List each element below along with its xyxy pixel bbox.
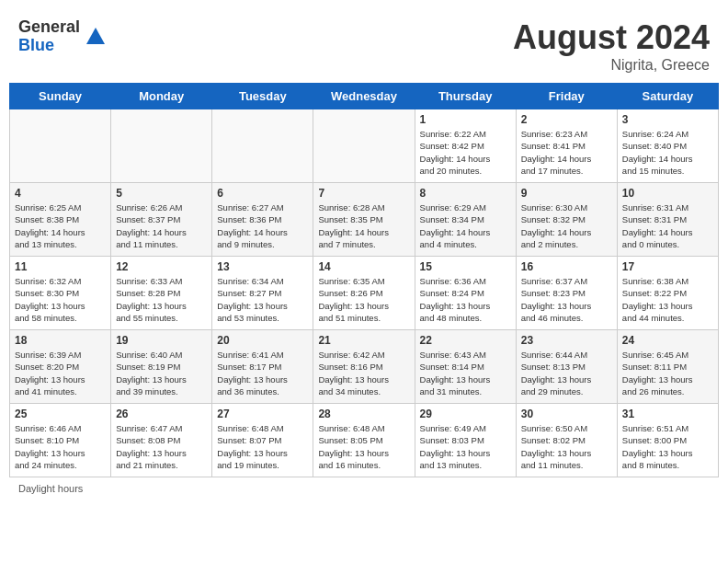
calendar-cell: 11Sunrise: 6:32 AM Sunset: 8:30 PM Dayli… bbox=[10, 257, 111, 330]
calendar-cell bbox=[10, 109, 111, 183]
day-info: Sunrise: 6:32 AM Sunset: 8:30 PM Dayligh… bbox=[15, 275, 106, 324]
calendar-cell: 10Sunrise: 6:31 AM Sunset: 8:31 PM Dayli… bbox=[617, 183, 718, 257]
daylight-label: Daylight hours bbox=[18, 483, 83, 494]
calendar-cell bbox=[111, 109, 212, 183]
calendar-cell bbox=[212, 109, 313, 183]
day-info: Sunrise: 6:28 AM Sunset: 8:35 PM Dayligh… bbox=[318, 201, 409, 250]
day-info: Sunrise: 6:33 AM Sunset: 8:28 PM Dayligh… bbox=[116, 275, 207, 324]
weekday-header-friday: Friday bbox=[516, 84, 617, 109]
calendar-cell: 13Sunrise: 6:34 AM Sunset: 8:27 PM Dayli… bbox=[212, 257, 313, 330]
day-number: 14 bbox=[318, 260, 409, 273]
calendar-cell: 23Sunrise: 6:44 AM Sunset: 8:13 PM Dayli… bbox=[516, 330, 617, 404]
weekday-header-tuesday: Tuesday bbox=[212, 84, 313, 109]
calendar-cell: 3Sunrise: 6:24 AM Sunset: 8:40 PM Daylig… bbox=[617, 109, 718, 183]
footer: Daylight hours bbox=[9, 477, 719, 500]
day-info: Sunrise: 6:29 AM Sunset: 8:34 PM Dayligh… bbox=[420, 201, 511, 250]
calendar-cell bbox=[313, 109, 415, 183]
calendar-week-4: 18Sunrise: 6:39 AM Sunset: 8:20 PM Dayli… bbox=[10, 330, 719, 404]
calendar-cell: 29Sunrise: 6:49 AM Sunset: 8:03 PM Dayli… bbox=[415, 404, 516, 477]
calendar-cell: 20Sunrise: 6:41 AM Sunset: 8:17 PM Dayli… bbox=[212, 330, 313, 404]
day-number: 6 bbox=[217, 187, 308, 200]
calendar-week-5: 25Sunrise: 6:46 AM Sunset: 8:10 PM Dayli… bbox=[10, 404, 719, 477]
calendar-cell: 2Sunrise: 6:23 AM Sunset: 8:41 PM Daylig… bbox=[516, 109, 617, 183]
logo: General Blue bbox=[18, 18, 105, 55]
day-number: 18 bbox=[15, 334, 106, 347]
calendar-cell: 17Sunrise: 6:38 AM Sunset: 8:22 PM Dayli… bbox=[617, 257, 718, 330]
day-info: Sunrise: 6:23 AM Sunset: 8:41 PM Dayligh… bbox=[521, 128, 612, 177]
calendar-cell: 24Sunrise: 6:45 AM Sunset: 8:11 PM Dayli… bbox=[617, 330, 718, 404]
day-info: Sunrise: 6:39 AM Sunset: 8:20 PM Dayligh… bbox=[15, 349, 106, 397]
day-info: Sunrise: 6:30 AM Sunset: 8:32 PM Dayligh… bbox=[521, 201, 612, 250]
day-number: 22 bbox=[420, 334, 511, 347]
day-number: 12 bbox=[116, 260, 207, 273]
calendar-cell: 25Sunrise: 6:46 AM Sunset: 8:10 PM Dayli… bbox=[10, 404, 111, 477]
day-number: 2 bbox=[521, 113, 612, 126]
day-number: 30 bbox=[521, 408, 612, 420]
logo-triangle-icon bbox=[86, 28, 105, 44]
day-number: 16 bbox=[521, 260, 612, 273]
calendar-cell: 15Sunrise: 6:36 AM Sunset: 8:24 PM Dayli… bbox=[415, 257, 516, 330]
day-info: Sunrise: 6:43 AM Sunset: 8:14 PM Dayligh… bbox=[420, 349, 511, 397]
day-info: Sunrise: 6:40 AM Sunset: 8:19 PM Dayligh… bbox=[116, 349, 207, 397]
day-info: Sunrise: 6:35 AM Sunset: 8:26 PM Dayligh… bbox=[318, 275, 409, 324]
day-info: Sunrise: 6:46 AM Sunset: 8:10 PM Dayligh… bbox=[15, 422, 106, 471]
day-info: Sunrise: 6:38 AM Sunset: 8:22 PM Dayligh… bbox=[622, 275, 713, 324]
day-number: 8 bbox=[420, 187, 511, 200]
calendar-cell: 31Sunrise: 6:51 AM Sunset: 8:00 PM Dayli… bbox=[617, 404, 718, 477]
day-info: Sunrise: 6:34 AM Sunset: 8:27 PM Dayligh… bbox=[217, 275, 308, 324]
day-number: 20 bbox=[217, 334, 308, 347]
day-info: Sunrise: 6:31 AM Sunset: 8:31 PM Dayligh… bbox=[622, 201, 713, 250]
calendar-cell: 27Sunrise: 6:48 AM Sunset: 8:07 PM Dayli… bbox=[212, 404, 313, 477]
logo-general: General bbox=[18, 18, 80, 37]
weekday-header-thursday: Thursday bbox=[415, 84, 516, 109]
day-number: 10 bbox=[622, 187, 713, 200]
calendar-cell: 19Sunrise: 6:40 AM Sunset: 8:19 PM Dayli… bbox=[111, 330, 212, 404]
calendar-cell: 5Sunrise: 6:26 AM Sunset: 8:37 PM Daylig… bbox=[111, 183, 212, 257]
calendar-cell: 14Sunrise: 6:35 AM Sunset: 8:26 PM Dayli… bbox=[313, 257, 415, 330]
day-number: 17 bbox=[622, 260, 713, 273]
calendar-week-3: 11Sunrise: 6:32 AM Sunset: 8:30 PM Dayli… bbox=[10, 257, 719, 330]
day-number: 24 bbox=[622, 334, 713, 347]
day-info: Sunrise: 6:42 AM Sunset: 8:16 PM Dayligh… bbox=[318, 349, 409, 397]
day-info: Sunrise: 6:25 AM Sunset: 8:38 PM Dayligh… bbox=[15, 201, 106, 250]
logo-text: General Blue bbox=[18, 18, 80, 55]
day-info: Sunrise: 6:48 AM Sunset: 8:07 PM Dayligh… bbox=[217, 422, 308, 471]
day-info: Sunrise: 6:47 AM Sunset: 8:08 PM Dayligh… bbox=[116, 422, 207, 471]
location-subtitle: Nigrita, Greece bbox=[513, 57, 710, 74]
day-info: Sunrise: 6:45 AM Sunset: 8:11 PM Dayligh… bbox=[622, 349, 713, 397]
weekday-header-row: SundayMondayTuesdayWednesdayThursdayFrid… bbox=[10, 84, 719, 109]
calendar-cell: 18Sunrise: 6:39 AM Sunset: 8:20 PM Dayli… bbox=[10, 330, 111, 404]
calendar-cell: 8Sunrise: 6:29 AM Sunset: 8:34 PM Daylig… bbox=[415, 183, 516, 257]
calendar-cell: 1Sunrise: 6:22 AM Sunset: 8:42 PM Daylig… bbox=[415, 109, 516, 183]
day-number: 19 bbox=[116, 334, 207, 347]
day-info: Sunrise: 6:22 AM Sunset: 8:42 PM Dayligh… bbox=[420, 128, 511, 177]
day-number: 13 bbox=[217, 260, 308, 273]
day-number: 7 bbox=[318, 187, 409, 200]
day-number: 9 bbox=[521, 187, 612, 200]
day-number: 28 bbox=[318, 408, 409, 420]
day-info: Sunrise: 6:48 AM Sunset: 8:05 PM Dayligh… bbox=[318, 422, 409, 471]
calendar-cell: 4Sunrise: 6:25 AM Sunset: 8:38 PM Daylig… bbox=[10, 183, 111, 257]
day-info: Sunrise: 6:36 AM Sunset: 8:24 PM Dayligh… bbox=[420, 275, 511, 324]
day-number: 21 bbox=[318, 334, 409, 347]
calendar-cell: 7Sunrise: 6:28 AM Sunset: 8:35 PM Daylig… bbox=[313, 183, 415, 257]
day-number: 25 bbox=[15, 408, 106, 420]
day-info: Sunrise: 6:49 AM Sunset: 8:03 PM Dayligh… bbox=[420, 422, 511, 471]
calendar-week-2: 4Sunrise: 6:25 AM Sunset: 8:38 PM Daylig… bbox=[10, 183, 719, 257]
day-info: Sunrise: 6:41 AM Sunset: 8:17 PM Dayligh… bbox=[217, 349, 308, 397]
calendar-cell: 26Sunrise: 6:47 AM Sunset: 8:08 PM Dayli… bbox=[111, 404, 212, 477]
day-info: Sunrise: 6:44 AM Sunset: 8:13 PM Dayligh… bbox=[521, 349, 612, 397]
weekday-header-monday: Monday bbox=[111, 84, 212, 109]
day-number: 27 bbox=[217, 408, 308, 420]
day-number: 29 bbox=[420, 408, 511, 420]
day-number: 5 bbox=[116, 187, 207, 200]
day-info: Sunrise: 6:24 AM Sunset: 8:40 PM Dayligh… bbox=[622, 128, 713, 177]
page-header: General Blue August 2024 Nigrita, Greece bbox=[9, 9, 719, 78]
day-info: Sunrise: 6:37 AM Sunset: 8:23 PM Dayligh… bbox=[521, 275, 612, 324]
calendar-week-1: 1Sunrise: 6:22 AM Sunset: 8:42 PM Daylig… bbox=[10, 109, 719, 183]
title-block: August 2024 Nigrita, Greece bbox=[513, 18, 710, 74]
day-number: 31 bbox=[622, 408, 713, 420]
day-number: 26 bbox=[116, 408, 207, 420]
day-info: Sunrise: 6:50 AM Sunset: 8:02 PM Dayligh… bbox=[521, 422, 612, 471]
day-info: Sunrise: 6:51 AM Sunset: 8:00 PM Dayligh… bbox=[622, 422, 713, 471]
